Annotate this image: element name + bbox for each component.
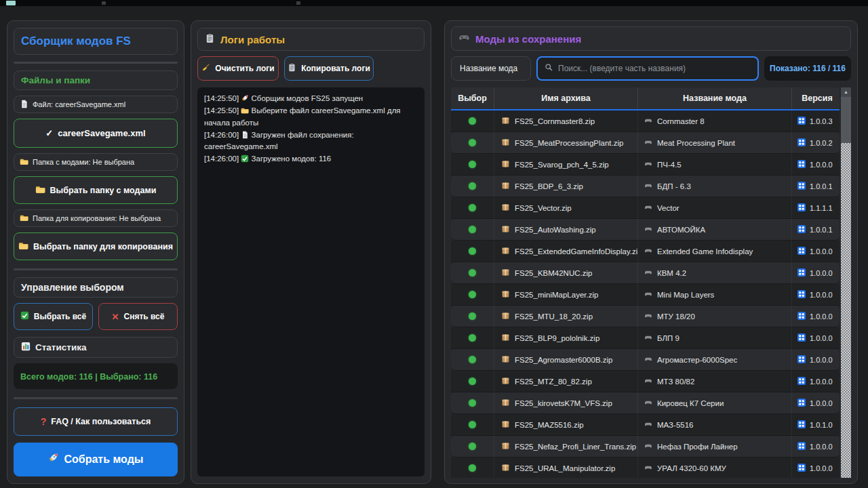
faq-button[interactable]: ? FAQ / Как пользоваться bbox=[14, 407, 178, 435]
clear-logs-button[interactable]: Очистить логи bbox=[197, 56, 279, 81]
stats-value-text: Всего модов: 116 | Выбрано: 116 bbox=[20, 372, 157, 382]
row-version-cell: 1.0.0.0 bbox=[792, 241, 842, 262]
gamepad-icon bbox=[644, 290, 652, 300]
folder-icon bbox=[20, 214, 28, 224]
gamepad-icon bbox=[458, 32, 470, 45]
check-icon: ✓ bbox=[45, 128, 53, 138]
row-archive-cell: FS25_MTZ_80_82.zip bbox=[494, 371, 638, 392]
log-output[interactable]: [14:25:50] Сборщик модов FS25 запущен[14… bbox=[197, 87, 425, 476]
table-row[interactable]: FS25_Vector.zip Vector 1.1.1.1 bbox=[451, 197, 840, 219]
search-box[interactable] bbox=[536, 56, 759, 81]
row-selected-cell[interactable] bbox=[451, 197, 494, 218]
table-row[interactable]: FS25_Svarog_pch_4_5.zip ПЧ-4.5 1.0.0.0 bbox=[451, 154, 840, 176]
select-all-button[interactable]: Выбрать всё bbox=[14, 303, 93, 330]
row-selected-cell[interactable] bbox=[451, 241, 494, 262]
table-scrollbar[interactable]: ▲ bbox=[841, 87, 851, 478]
select-mods-folder-button[interactable]: Выбрать папку с модами bbox=[14, 176, 178, 204]
scrollbar-up-arrow-icon[interactable]: ▲ bbox=[841, 87, 851, 97]
version-number-icon bbox=[797, 464, 806, 473]
row-version-cell: 1.0.0.0 bbox=[792, 392, 842, 413]
table-row[interactable]: FS25_MTZ_80_82.zip МТЗ 80/82 1.0.0.0 bbox=[451, 371, 840, 392]
row-selected-cell[interactable] bbox=[451, 284, 494, 305]
folder-icon bbox=[241, 106, 249, 115]
row-version-cell: 1.0.0.0 bbox=[792, 327, 842, 348]
scrollbar-thumb[interactable] bbox=[841, 97, 851, 143]
row-selected-cell[interactable] bbox=[451, 176, 494, 197]
row-archive-cell: FS25_miniMapLayer.zip bbox=[494, 284, 638, 305]
row-version-cell: 1.0.0.0 bbox=[792, 154, 842, 175]
row-version-cell: 1.0.0.1 bbox=[792, 219, 842, 240]
mod-name: Vector bbox=[657, 204, 679, 212]
archive-name: FS25_miniMapLayer.zip bbox=[515, 291, 598, 299]
deselect-all-button[interactable]: ✕ Снять всё bbox=[98, 303, 178, 330]
row-name-cell: ПЧ-4.5 bbox=[638, 154, 792, 175]
table-row[interactable]: FS25_BDP_6_3.zip БДП - 6.3 1.0.0.1 bbox=[451, 176, 840, 197]
archive-name: FS25_kirovetsK7M_VFS.zip bbox=[515, 399, 612, 407]
row-archive-cell: FS25_ExtendedGameInfoDisplay.zip bbox=[494, 241, 638, 262]
search-input[interactable] bbox=[558, 64, 751, 73]
row-archive-cell: FS25_MTU_18_20.zip bbox=[494, 306, 638, 327]
table-row[interactable]: FS25_URAL_Manipulator.zip УРАЛ 4320-60 К… bbox=[451, 458, 840, 478]
row-version-cell: 1.0.0.0 bbox=[792, 436, 842, 457]
scrollbar-track[interactable] bbox=[841, 143, 851, 478]
package-icon bbox=[501, 181, 510, 191]
app-title-box: Сборщик модов FS bbox=[14, 28, 178, 55]
table-row[interactable]: FS25_AutoWashing.zip АВТОМОЙКА 1.0.0.1 bbox=[451, 219, 840, 241]
gamepad-icon bbox=[644, 333, 652, 343]
row-selected-cell[interactable] bbox=[451, 262, 494, 283]
column-header-archive[interactable]: Имя архива bbox=[494, 87, 638, 109]
row-selected-cell[interactable] bbox=[451, 110, 494, 131]
logs-header: Логи работы bbox=[197, 28, 425, 51]
row-name-cell: МТЗ 80/82 bbox=[638, 371, 792, 392]
table-row[interactable]: FS25_Nefaz_Profi_Liner_Trans.zip Нефаз П… bbox=[451, 436, 840, 458]
check-box-icon bbox=[20, 311, 29, 322]
bar-chart-icon bbox=[21, 342, 31, 353]
mod-name: БДП - 6.3 bbox=[657, 182, 691, 190]
archive-name: FS25_MTU_18_20.zip bbox=[515, 312, 593, 321]
table-row[interactable]: FS25_Cornmaster8.zip Cornmaster 8 1.0.0.… bbox=[451, 110, 840, 132]
row-selected-cell[interactable] bbox=[451, 306, 494, 327]
clipboard-icon bbox=[288, 63, 296, 74]
package-icon bbox=[501, 311, 510, 321]
table-row[interactable]: FS25_kirovetsK7M_VFS.zip Кировец К7 Сери… bbox=[451, 392, 840, 414]
gamepad-icon bbox=[644, 312, 652, 321]
column-header-version[interactable]: Версия bbox=[792, 87, 842, 109]
row-selected-cell[interactable] bbox=[451, 392, 494, 413]
row-selected-cell[interactable] bbox=[451, 132, 494, 153]
mod-version: 1.0.0.0 bbox=[810, 312, 833, 321]
row-selected-cell[interactable] bbox=[451, 371, 494, 392]
row-selected-cell[interactable] bbox=[451, 349, 494, 370]
row-selected-cell[interactable] bbox=[451, 219, 494, 240]
row-selected-cell[interactable] bbox=[451, 327, 494, 348]
row-name-cell: Mini Map Layers bbox=[638, 284, 792, 305]
package-icon bbox=[501, 333, 510, 343]
row-selected-cell[interactable] bbox=[451, 436, 494, 457]
table-row[interactable]: FS25_BLP9_pololnik.zip БЛП 9 1.0.0.0 bbox=[451, 327, 840, 349]
table-row[interactable]: FS25_MeatProcessingPlant.zip Meat Proces… bbox=[451, 132, 840, 154]
select-savegame-button[interactable]: ✓ careerSavegame.xml bbox=[14, 119, 178, 148]
table-header-row: Выбор Имя архива Название мода Версия bbox=[451, 87, 840, 110]
archive-name: FS25_ExtendedGameInfoDisplay.zip bbox=[515, 247, 638, 256]
row-selected-cell[interactable] bbox=[451, 458, 494, 478]
table-row[interactable]: FS25_MAZ5516.zip МАЗ-5516 1.0.1.0 bbox=[451, 414, 840, 436]
select-copy-folder-button[interactable]: Выбрать папку для копирования bbox=[14, 232, 178, 260]
column-header-name[interactable]: Название мода bbox=[638, 87, 792, 109]
table-row[interactable]: FS25_miniMapLayer.zip Mini Map Layers 1.… bbox=[451, 284, 840, 306]
row-archive-cell: FS25_AutoWashing.zip bbox=[494, 219, 638, 240]
table-row[interactable]: FS25_KBM42NUC.zip КВМ 4.2 1.0.0.0 bbox=[451, 262, 840, 284]
version-number-icon bbox=[797, 290, 806, 300]
table-row[interactable]: FS25_MTU_18_20.zip МТУ 18/20 1.0.0.0 bbox=[451, 306, 840, 327]
copy-logs-button[interactable]: Копировать логи bbox=[284, 56, 374, 81]
mod-version: 1.0.0.1 bbox=[810, 182, 833, 190]
row-selected-cell[interactable] bbox=[451, 414, 494, 435]
column-header-select[interactable]: Выбор bbox=[451, 87, 494, 109]
table-row[interactable]: FS25_Agromaster6000B.zip Агромастер-6000… bbox=[451, 349, 840, 371]
table-row[interactable]: FS25_ExtendedGameInfoDisplay.zip Extende… bbox=[451, 241, 840, 262]
mods-folder-status-text: Папка с модами: Не выбрана bbox=[33, 158, 134, 166]
gamepad-icon bbox=[644, 399, 652, 408]
row-archive-cell: FS25_KBM42NUC.zip bbox=[494, 262, 638, 283]
build-mods-button[interactable]: Собрать моды bbox=[14, 443, 178, 477]
selected-dot-icon bbox=[469, 117, 476, 125]
row-selected-cell[interactable] bbox=[451, 154, 494, 175]
package-icon bbox=[501, 441, 510, 451]
